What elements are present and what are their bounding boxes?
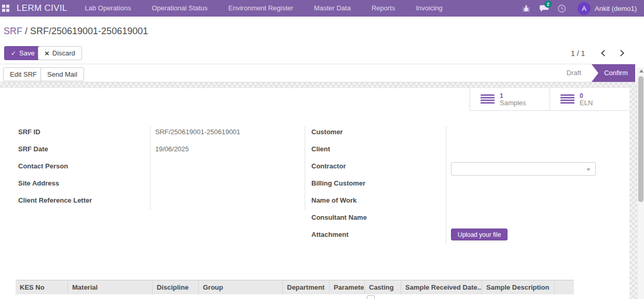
label-client: Client <box>311 145 330 153</box>
chevron-down-icon <box>586 168 591 171</box>
col-department[interactable]: Department <box>282 280 329 294</box>
label-contractor: Contractor <box>311 162 346 170</box>
activities-clock-icon[interactable] <box>553 4 570 13</box>
value-srf-date[interactable]: 19/06/2025 <box>155 145 189 153</box>
messages-chat-icon[interactable]: 2 <box>535 4 553 13</box>
navbar-right-tools: 2 A Ankit (demo1) <box>517 2 644 15</box>
col-sample-description[interactable]: Sample Description <box>482 280 554 294</box>
nav-item-master-data[interactable]: Master Data <box>307 0 358 17</box>
stat-button-samples[interactable]: 1 Samples <box>470 88 550 110</box>
check-icon: ✓ <box>11 50 16 57</box>
stage-confirm[interactable]: Confirm <box>592 64 635 82</box>
edit-srf-button[interactable]: Edit SRF <box>3 67 44 81</box>
label-customer: Customer <box>311 128 343 136</box>
list-bars-icon <box>481 94 495 104</box>
stage-draft[interactable]: Draft <box>560 64 592 82</box>
left-group-divider <box>150 126 150 210</box>
label-attachment: Attachment <box>311 231 349 238</box>
messages-count-badge: 2 <box>544 1 552 8</box>
col-empty <box>554 280 574 294</box>
header-divider <box>0 64 637 64</box>
label-contact-person: Contact Person <box>18 162 68 170</box>
eln-count: 0 <box>580 92 593 99</box>
col-kes-no[interactable]: KES No <box>16 280 67 294</box>
contractor-select[interactable] <box>451 162 596 176</box>
form-sheet: 1 Samples 0 ELN SRF ID SRF Date Contact … <box>0 88 629 299</box>
debug-bug-icon[interactable] <box>517 4 535 12</box>
save-label: Save <box>19 49 35 57</box>
user-avatar[interactable]: A <box>578 2 591 15</box>
eln-label: ELN <box>580 99 593 107</box>
breadcrumb: SRF / SRF/250619001-250619001 <box>4 26 148 37</box>
list-bars-icon <box>560 94 574 104</box>
label-name-of-work: Name of Work <box>311 196 357 204</box>
brand-title[interactable]: LERM CIVIL <box>17 3 67 13</box>
discard-button[interactable]: × Discard <box>38 46 82 60</box>
nav-item-reports[interactable]: Reports <box>364 0 403 17</box>
label-srf-id: SRF ID <box>18 128 40 136</box>
col-casting[interactable]: Casting <box>364 280 401 294</box>
col-group[interactable]: Group <box>198 280 282 294</box>
samples-label: Samples <box>500 99 526 107</box>
statusbar: Draft Confirm <box>560 64 635 82</box>
user-menu[interactable]: Ankit (demo1) <box>595 5 637 12</box>
vertical-scrollbar[interactable] <box>637 67 644 299</box>
pager-next-icon[interactable] <box>618 50 624 56</box>
apps-grid-icon[interactable] <box>2 5 10 12</box>
record-pager: 1 / 1 <box>571 49 585 58</box>
nav-item-lab-operations[interactable]: Lab Operations <box>77 0 138 17</box>
col-sample-received-date[interactable]: Sample Received Date... <box>401 280 482 294</box>
discard-label: Discard <box>52 49 75 57</box>
top-navbar: LERM CIVIL Lab Operations Operational St… <box>0 0 644 17</box>
pager-previous-icon[interactable] <box>601 50 608 56</box>
col-parameter[interactable]: Parameter <box>329 280 364 294</box>
label-srf-date: SRF Date <box>18 145 48 153</box>
label-client-reference-letter: Client Reference Letter <box>18 196 92 204</box>
close-icon: × <box>45 49 49 58</box>
breadcrumb-srf-link[interactable]: SRF <box>4 26 22 36</box>
nav-item-invoicing[interactable]: Invoicing <box>408 0 449 17</box>
label-site-address: Site Address <box>18 179 59 187</box>
send-mail-button[interactable]: Send Mail <box>40 67 84 81</box>
samples-table-header: KES No Material Discipline Group Departm… <box>16 280 574 294</box>
value-srf-id: SRF/250619001-250619001 <box>155 128 240 136</box>
col-material[interactable]: Material <box>67 280 152 294</box>
label-consultant-name: Consultant Name <box>311 213 367 221</box>
srf-form-page: LERM CIVIL Lab Operations Operational St… <box>0 0 644 299</box>
stat-button-eln[interactable]: 0 ELN <box>550 88 629 110</box>
samples-count: 1 <box>500 92 526 99</box>
scroll-up-icon[interactable] <box>639 69 643 73</box>
scrollbar-thumb[interactable] <box>638 76 643 202</box>
right-group-divider <box>446 126 446 245</box>
background-texture-strip <box>0 82 637 88</box>
label-billing-customer: Billing Customer <box>311 179 365 187</box>
stat-button-box: 1 Samples 0 ELN <box>470 88 629 111</box>
left-group-right-divider <box>305 126 305 210</box>
breadcrumb-separator: / <box>22 26 30 36</box>
background-texture-right <box>629 82 637 299</box>
nav-item-environment-register[interactable]: Environment Register <box>221 0 300 17</box>
upload-file-button[interactable]: Upload your file <box>451 229 508 240</box>
col-discipline[interactable]: Discipline <box>152 280 198 294</box>
save-button[interactable]: ✓ Save <box>4 46 42 60</box>
breadcrumb-current: SRF/250619001-250619001 <box>30 26 148 36</box>
nav-item-operational-status[interactable]: Operational Status <box>144 0 215 17</box>
casting-checkbox[interactable] <box>367 295 375 299</box>
